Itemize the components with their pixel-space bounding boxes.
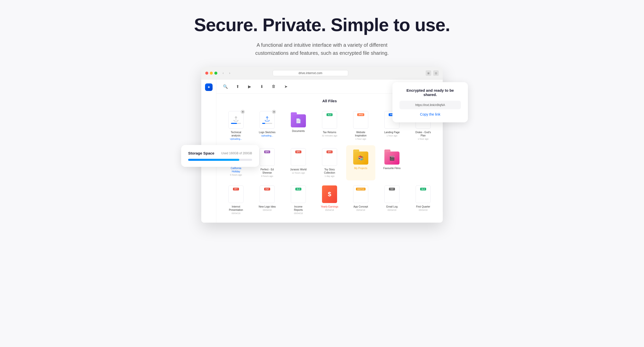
search-button[interactable]: 🔍 [221, 82, 229, 90]
list-item[interactable]: PDF New Logo Idea 05/04/18 [253, 182, 282, 218]
file-meta: 05/04/18 [419, 209, 427, 211]
folder-icon: 📄 [291, 111, 306, 127]
file-name: Email Log [386, 205, 397, 208]
file-icon-ppt: PPT [228, 185, 244, 203]
window-action-2[interactable]: ⊡ [433, 70, 439, 76]
download-button[interactable]: ⬇ [258, 82, 266, 90]
list-item[interactable]: ✕ Technical analysis Uploading... [221, 108, 251, 143]
file-badge: PPT [233, 188, 239, 190]
storage-title: Storage Space [188, 151, 214, 155]
file-name: Technical analysis [227, 131, 245, 137]
list-item[interactable]: TXT Email Log 05/04/18 [377, 182, 407, 218]
file-name: California Holiday [227, 167, 245, 173]
traffic-lights [205, 72, 217, 75]
file-name: Toy Story Collection [321, 168, 338, 174]
file-meta: 1 hour ago [355, 138, 366, 140]
share-button[interactable]: ➤ [282, 82, 290, 90]
file-icon-jpeg: JPEG [353, 111, 368, 129]
app-logo: ✦ [205, 83, 213, 91]
file-meta: 1 day ago [325, 175, 335, 177]
file-icon-mp4: MP4 [322, 148, 337, 166]
list-item[interactable]: 🎬 Favourite Films [377, 145, 407, 180]
file-meta: Uploading... [230, 138, 242, 140]
list-item[interactable]: JPEG Website Inspiration 1 hour ago [346, 108, 375, 143]
file-meta: 05/04/18 [231, 212, 240, 215]
file-name: Perfect - Ed Sheeran [258, 168, 276, 174]
file-icon-uploading: ✕ [228, 111, 244, 129]
list-item[interactable]: MP4 Jurassic World 12 hours ago [284, 145, 313, 180]
list-item[interactable]: ✕ Logo Sketches Uploading... [253, 108, 282, 143]
file-meta: 05/04/18 [356, 209, 365, 211]
file-icon-mp3: MP3 [260, 148, 275, 166]
file-meta: 12 hours ago [292, 172, 305, 174]
window-action-1[interactable]: ⊞ [426, 70, 431, 76]
file-badge: MP4 [327, 151, 333, 153]
share-title: Encrypted and ready to be shared. [399, 88, 461, 97]
forward-button[interactable]: › [227, 70, 232, 76]
file-name: Jurassic World [290, 168, 306, 171]
file-meta: 05/04/18 [294, 212, 303, 215]
list-item[interactable]: 📚 My Projects [346, 145, 375, 180]
file-icon-xls: XLS [322, 111, 337, 129]
list-item[interactable]: MP4 Toy Story Collection 1 day ago [315, 145, 344, 180]
file-icon-txt: TXT [384, 185, 399, 203]
file-name: App Concept [353, 205, 368, 208]
file-name: Tax Returns [323, 131, 336, 134]
list-item[interactable]: XLS First Quarter 05/04/18 [409, 182, 438, 218]
file-name: First Quarter [416, 205, 430, 208]
folder-yellow-icon: 📚 [353, 152, 368, 165]
share-link: https://inxt.link/v9IqNA [399, 101, 461, 109]
file-badge: JPEG [357, 113, 365, 116]
file-meta: 05/04/18 [263, 209, 271, 211]
file-name: Logo Sketches [259, 131, 275, 134]
file-name: Favourite Films [383, 167, 400, 170]
video-button[interactable]: ▶ [246, 82, 254, 90]
browser-titlebar: ‹ › drive.internxt.com ⊞ ⊡ [201, 67, 443, 79]
window-actions: ⊞ ⊡ [426, 70, 439, 76]
file-meta: Uploading... [261, 134, 273, 137]
delete-button[interactable]: 🗑 [270, 82, 278, 90]
files-grid-row3: PPT Internxt Presentation 05/04/18 PDF N… [221, 182, 438, 218]
file-meta: 1 hour ago [418, 138, 428, 140]
list-item[interactable]: XLS Income Reports 05/04/18 [284, 182, 313, 218]
folder-icon: 📚 [353, 148, 368, 165]
storage-bar-background [188, 159, 252, 161]
list-item[interactable]: $ Yearly Earnings 05/04/18 [315, 182, 344, 218]
storage-bar-fill [188, 159, 239, 161]
copy-link-button[interactable]: Copy the link [399, 112, 461, 116]
file-name: Income Reports [290, 205, 307, 212]
dollar-icon: $ [328, 191, 331, 198]
file-badge: PDF [264, 188, 270, 190]
upload-button[interactable]: ⬆ [233, 82, 242, 90]
file-name: Drake - God's Plan [414, 131, 432, 137]
file-badge: MP4 [295, 151, 301, 153]
nav-buttons: ‹ › [220, 70, 232, 76]
folder-icon: 🎬 [384, 148, 399, 165]
address-bar[interactable]: drive.internxt.com [273, 70, 348, 76]
maximize-button[interactable] [214, 72, 217, 75]
minimize-button[interactable] [210, 72, 213, 75]
list-item[interactable]: SKETCH App Concept 05/04/18 [346, 182, 375, 218]
list-item[interactable]: XLS Tax Returns 32 minutes ago [315, 108, 344, 143]
file-badge: SKETCH [356, 188, 366, 190]
file-name: New Logo Idea [259, 205, 275, 208]
list-item[interactable]: PPT Internxt Presentation 05/04/18 [221, 182, 251, 218]
storage-card: Storage Space Used 160GB of 200GB [181, 145, 259, 167]
list-item[interactable]: 📄 Documents [284, 108, 313, 143]
folder-pink-icon: 🎬 [384, 152, 399, 165]
storage-used: Used 160GB of 200GB [221, 152, 252, 155]
back-button[interactable]: ‹ [220, 70, 226, 76]
file-icon-xls: XLS [291, 185, 306, 203]
file-badge: XLS [327, 113, 333, 116]
file-name: My Projects [354, 167, 367, 170]
file-name: Website Inspiration [352, 131, 370, 137]
upload-badge: ✕ [241, 110, 245, 114]
file-meta: 05/04/18 [325, 209, 334, 211]
close-button[interactable] [205, 72, 208, 75]
file-name: Documents [292, 129, 305, 133]
file-badge: XLS [420, 188, 426, 190]
share-card: Encrypted and ready to be shared. https:… [392, 82, 468, 122]
file-icon-pdf: PDF [260, 185, 275, 203]
file-name: Landing Page [384, 131, 400, 134]
hero-subtitle: A functional and intuitive interface wit… [242, 41, 403, 57]
